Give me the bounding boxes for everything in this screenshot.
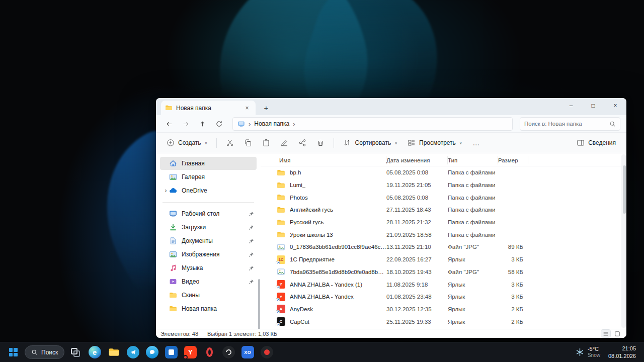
new-tab-button[interactable]: + [260, 101, 273, 114]
app-shortcut-icon: A↗ [277, 305, 285, 313]
tab-close-button[interactable]: × [243, 104, 252, 113]
file-name-cell: Английский гусь [261, 206, 386, 214]
system-clock[interactable]: 21:05 08.01.2026 [608, 345, 636, 359]
search-box[interactable] [520, 117, 620, 131]
chevron-right-icon[interactable]: › [163, 187, 169, 194]
share-button[interactable] [294, 135, 311, 151]
file-row[interactable]: C↗CapCut25.11.2025 19:33Ярлык2 КБ [261, 315, 626, 328]
delete-button[interactable] [312, 135, 329, 151]
file-name-cell: Y↗ANNA ZHALBA - Yandex (1) [261, 280, 386, 289]
sidebar-item-documents[interactable]: Документы [160, 234, 257, 247]
file-row[interactable]: Русский гусь28.11.2025 21:32Папка с файл… [261, 216, 626, 229]
column-header-type[interactable]: Тип [448, 156, 498, 164]
back-button[interactable] [162, 117, 177, 131]
chevron-down-icon: ∨ [459, 141, 462, 145]
search-input[interactable] [524, 121, 609, 127]
file-row[interactable]: bp.h05.08.2025 0:08Папка с файлами [261, 166, 626, 179]
taskbar-search[interactable]: Поиск [25, 345, 64, 359]
sidebar-item-new-folder[interactable]: Новая папка [160, 302, 257, 315]
copy-button[interactable] [239, 135, 257, 151]
file-date: 05.08.2025 0:08 [386, 169, 448, 175]
forward-button[interactable] [179, 117, 193, 131]
up-button[interactable] [195, 117, 210, 131]
sidebar-scrollbar[interactable] [258, 279, 260, 329]
taskbar-app-media-app[interactable] [258, 344, 275, 361]
sort-button[interactable]: Сортировать ∨ [339, 135, 402, 151]
file-row[interactable]: Photos05.08.2025 0:08Папка с файлами [261, 191, 626, 204]
sidebar-item-music[interactable]: Музыка [160, 261, 257, 275]
taskbar-app-messenger[interactable] [143, 344, 160, 361]
weather-widget[interactable]: -5°C Snow [576, 346, 600, 358]
maximize-button[interactable]: □ [582, 98, 604, 113]
file-type: Папка с файлами [448, 219, 498, 225]
taskbar-app-dark-app[interactable] [220, 344, 237, 361]
file-row[interactable]: 1С↗1С Предприятие22.09.2025 16:27Ярлык3 … [261, 253, 626, 266]
file-row[interactable]: Английский гусь27.11.2025 18:43Папка с ф… [261, 204, 626, 216]
file-name-cell: Y↗ANNA ZHALBA - Yandex [261, 293, 386, 301]
taskbar-app-edge[interactable]: e [86, 344, 103, 361]
sidebar-item-onedrive[interactable]: ›OneDrive [160, 184, 257, 197]
more-options-button[interactable]: … [468, 135, 485, 151]
scrollbar-thumb[interactable] [623, 165, 626, 214]
file-row[interactable]: Y↗ANNA ZHALBA - Yandex01.08.2025 23:48Яр… [261, 291, 626, 303]
desktop-icon [237, 120, 245, 128]
file-row[interactable]: Y↗ANNA ZHALBA - Yandex (1)11.08.2025 9:1… [261, 278, 626, 291]
taskbar-app-task-view[interactable] [67, 344, 84, 361]
column-header-name[interactable]: Имя [261, 156, 386, 164]
file-row[interactable]: A↗AnyDesk30.12.2025 12:35Ярлык2 КБ [261, 303, 626, 316]
item-count: Элементов: 48 [160, 331, 198, 337]
taskbar-app-yandex-browser[interactable]: Y [182, 344, 199, 361]
file-date: 27.11.2025 18:43 [386, 207, 448, 213]
paste-button[interactable] [258, 135, 275, 151]
sidebar-item-videos[interactable]: Видео [160, 275, 257, 288]
file-date: 30.12.2025 12:35 [386, 306, 448, 312]
file-row[interactable]: Lumi_19.11.2025 21:05Папка с файлами [261, 179, 626, 192]
details-view-toggle[interactable] [601, 330, 610, 337]
taskbar-app-xo-app[interactable]: XO [239, 344, 256, 361]
breadcrumb-item[interactable]: Новая папка [254, 120, 289, 127]
column-header-size[interactable]: Размер [498, 156, 528, 164]
desktop-icon [169, 210, 177, 218]
file-type: Папка с файлами [448, 207, 498, 213]
taskbar-app-file-explorer[interactable] [105, 344, 122, 361]
close-button[interactable]: × [604, 98, 626, 113]
search-icon [609, 121, 616, 127]
clock-time: 21:05 [608, 345, 636, 352]
sidebar-item-label: Изображения [182, 251, 249, 258]
toolbar-divider [334, 138, 334, 148]
taskbar-app-telegram[interactable] [124, 344, 141, 361]
image-file-icon [277, 267, 285, 276]
folder-icon [277, 230, 285, 239]
cut-button[interactable] [221, 135, 238, 151]
address-bar[interactable]: › Новая папка › [232, 117, 513, 131]
file-date: 25.11.2025 19:33 [386, 319, 448, 325]
breadcrumb-chevron-icon[interactable]: › [293, 120, 295, 128]
sidebar-item-home[interactable]: Главная [160, 157, 257, 170]
rename-button[interactable] [276, 135, 293, 151]
sidebar-item-skins[interactable]: Скины [160, 289, 257, 302]
file-name-cell: A↗AnyDesk [261, 305, 386, 313]
sort-icon [343, 139, 351, 147]
thumbnail-view-toggle[interactable] [613, 330, 622, 337]
folder-icon [169, 305, 177, 313]
file-row[interactable]: 7bda9635e85e1d9d8b9c0fe0ad8b1da918.10.20… [261, 266, 626, 279]
minimize-button[interactable]: – [560, 98, 582, 113]
column-header-date[interactable]: Дата изменения [386, 156, 448, 164]
file-row[interactable]: 0_17836a3bb61edb901cc8f9ae46c7d8df13.11.… [261, 241, 626, 253]
sidebar-item-pictures[interactable]: Изображения [160, 248, 257, 261]
create-button[interactable]: Создать ∨ [162, 135, 212, 151]
sidebar-item-downloads[interactable]: Загрузки [160, 221, 257, 234]
sidebar-item-gallery[interactable]: Галерея [160, 170, 257, 184]
file-row[interactable]: Уроки школы 1321.09.2025 18:58Папка с фа… [261, 228, 626, 241]
downloads-icon [169, 223, 177, 231]
details-pane-button[interactable]: Сведения [572, 135, 620, 151]
tab-new-folder[interactable]: Новая папка × [161, 101, 256, 115]
start-button[interactable] [4, 344, 22, 361]
sidebar-item-desktop[interactable]: Рабочий стол [160, 207, 257, 220]
refresh-button[interactable] [212, 117, 226, 131]
taskbar-app-blue-app[interactable] [163, 344, 180, 361]
chevron-down-icon: ∨ [205, 141, 208, 145]
view-button[interactable]: Просмотреть ∨ [403, 135, 467, 151]
file-name: Уроки школы 13 [290, 232, 333, 238]
taskbar-app-opera[interactable] [201, 344, 218, 361]
